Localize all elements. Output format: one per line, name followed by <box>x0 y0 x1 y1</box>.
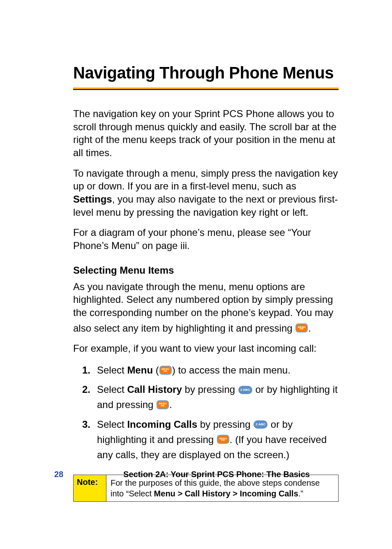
paragraph-6: For example, if you want to view your la… <box>73 342 339 355</box>
text: , you may also navigate to the next or p… <box>73 194 338 218</box>
text: by pressing <box>182 384 238 395</box>
text: Select <box>97 384 127 395</box>
step-3: 3. Select Incoming Calls by pressing 2 A… <box>73 417 339 463</box>
text: Select <box>97 419 127 430</box>
page-title: Navigating Through Phone Menus <box>73 64 339 82</box>
paragraph-2: To navigate through a menu, simply press… <box>73 167 339 219</box>
call-history-bold: Call History <box>127 384 182 395</box>
key-2abc-icon: 2 ABC <box>238 386 252 394</box>
step-number: 1. <box>82 362 97 378</box>
menu-ok-icon: MENUOK <box>157 401 169 410</box>
title-rule <box>73 88 339 90</box>
text: ( <box>153 364 159 376</box>
menu-ok-icon: MENUOK <box>217 436 229 445</box>
text: ) to access the main menu. <box>172 364 291 376</box>
steps-list: 1. Select Menu (MENUOK) to access the ma… <box>73 362 339 462</box>
paragraph-1: The navigation key on your Sprint PCS Ph… <box>73 107 339 159</box>
step-text: Select Call History by pressing 2 ABC or… <box>97 382 339 412</box>
settings-bold: Settings <box>73 194 112 205</box>
section-label: Section 2A: Your Sprint PCS Phone: The B… <box>123 470 310 479</box>
text: by pressing <box>197 419 253 430</box>
incoming-calls-bold: Incoming Calls <box>127 419 197 430</box>
paragraph-3: For a diagram of your phone’s menu, plea… <box>73 226 339 252</box>
page: Navigating Through Phone Menus The navig… <box>0 0 392 549</box>
key-2abc-icon: 2 ABC <box>254 421 267 429</box>
menu-ok-icon: MENUOK <box>159 367 172 376</box>
step-text: Select Incoming Calls by pressing 2 ABC … <box>97 417 339 463</box>
text: also select any item by highlighting it … <box>73 323 295 334</box>
menu-bold: Menu <box>127 364 153 376</box>
step-number: 2. <box>82 382 97 397</box>
paragraph-4: As you navigate through the menu, menu o… <box>73 280 339 319</box>
text: . <box>169 399 172 410</box>
step-2: 2. Select Call History by pressing 2 ABC… <box>73 382 339 412</box>
paragraph-5: also select any item by highlighting it … <box>73 322 339 335</box>
text: To navigate through a menu, simply press… <box>73 168 338 192</box>
note-bold: Menu > Call History > Incoming Calls <box>154 489 298 498</box>
page-footer: 28 Section 2A: Your Sprint PCS Phone: Th… <box>0 470 392 479</box>
menu-ok-icon: MENUOK <box>295 324 308 333</box>
text: .” <box>298 489 303 498</box>
step-text: Select Menu (MENUOK) to access the main … <box>97 362 339 378</box>
text: Select <box>97 364 127 376</box>
subheading: Selecting Menu Items <box>73 265 339 276</box>
page-number: 28 <box>54 470 63 479</box>
text: . <box>308 323 311 334</box>
step-1: 1. Select Menu (MENUOK) to access the ma… <box>73 362 339 378</box>
step-number: 3. <box>82 417 97 432</box>
